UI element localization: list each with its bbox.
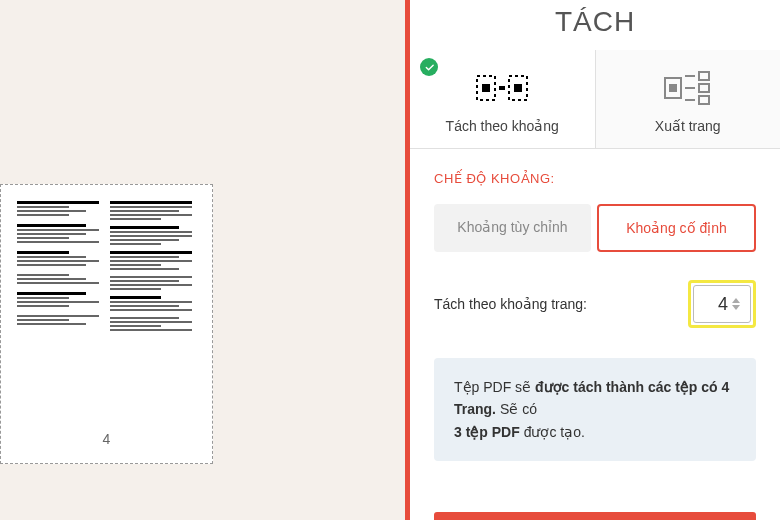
stepper-down-icon[interactable] [732,305,740,310]
range-toggle-group: Khoảng tùy chỉnh Khoảng cố định [434,204,756,252]
svg-rect-3 [514,84,522,92]
action-button-partial[interactable] [434,512,756,520]
split-range-icon [420,68,585,108]
svg-rect-11 [699,84,709,92]
page-thumbnail-image [9,193,204,423]
svg-rect-2 [482,84,490,92]
info-message: Tệp PDF sẽ được tách thành các tệp có 4 … [434,358,756,461]
svg-rect-6 [669,84,677,92]
svg-rect-10 [699,72,709,80]
page-range-input-label: Tách theo khoảng trang: [434,296,587,312]
page-range-stepper[interactable] [693,285,751,323]
preview-pane: 4 [0,0,405,520]
fixed-range-button[interactable]: Khoảng cố định [597,204,756,252]
info-text-3: được tạo. [520,424,585,440]
page-number-label: 4 [103,431,111,455]
svg-rect-12 [699,96,709,104]
tab-extract-pages[interactable]: Xuất trang [596,50,781,148]
info-bold-2: 3 tệp PDF [454,424,520,440]
options-sidebar: TÁCH Tách theo khoảng [410,0,780,520]
page-range-input[interactable] [700,294,728,315]
page-title: TÁCH [410,0,780,50]
tab-split-range-label: Tách theo khoảng [420,118,585,134]
stepper-up-icon[interactable] [732,298,740,303]
info-text-1: Tệp PDF sẽ [454,379,535,395]
check-icon [420,58,438,76]
tab-extract-pages-label: Xuất trang [606,118,771,134]
svg-rect-4 [499,86,505,90]
extract-pages-icon [606,68,771,108]
page-thumbnail[interactable]: 4 [0,184,213,464]
mode-tabs: Tách theo khoảng Xuất trang [410,50,780,149]
range-mode-section-label: CHẾ ĐỘ KHOẢNG: [434,171,756,186]
custom-range-button[interactable]: Khoảng tùy chỉnh [434,204,591,252]
info-text-2: Sẽ có [496,401,537,417]
input-highlight [688,280,756,328]
